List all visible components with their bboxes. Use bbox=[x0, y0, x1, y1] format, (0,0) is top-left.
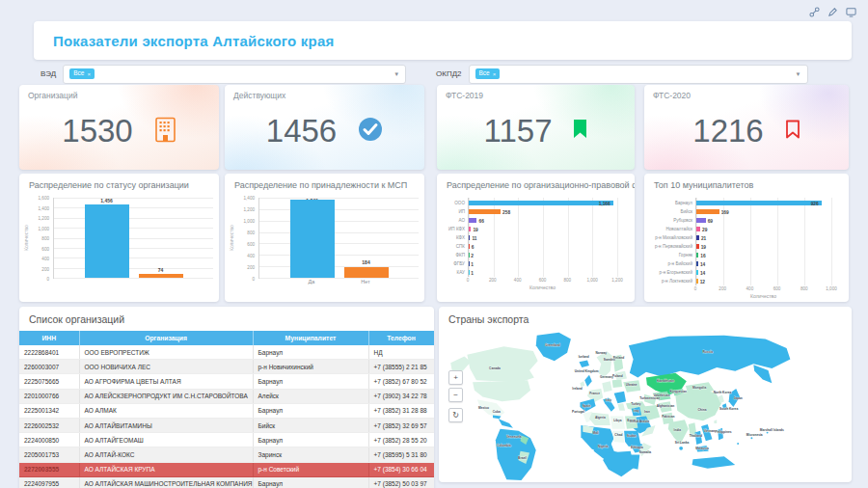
map-controls: +−↻ bbox=[448, 370, 463, 422]
filter-ved-label: ВЭД bbox=[41, 69, 56, 78]
bar[interactable] bbox=[139, 274, 183, 278]
bar[interactable] bbox=[696, 279, 698, 285]
table-cell: АО АЛТАЙ-КОКС bbox=[79, 447, 253, 462]
table-cell: Алейск bbox=[253, 389, 368, 403]
country-label: Pakistan bbox=[662, 415, 674, 419]
country-label: Ireland bbox=[572, 387, 583, 391]
bar[interactable] bbox=[344, 267, 389, 278]
bar[interactable] bbox=[696, 253, 698, 258]
table-column-header[interactable]: Муниципалитет bbox=[253, 331, 368, 345]
filter-okpd2-select[interactable]: Все × ▼ bbox=[469, 65, 808, 84]
bar[interactable] bbox=[290, 200, 335, 278]
bar[interactable] bbox=[696, 261, 698, 267]
table-cell: Барнаул bbox=[253, 433, 368, 447]
bar-value-label: 19 bbox=[473, 227, 477, 231]
kpi-card-fts-2019: ФТС-2019 1157 bbox=[437, 85, 635, 170]
map-title: Страны экспорта bbox=[439, 307, 852, 327]
table-column-header[interactable]: Организация bbox=[79, 331, 253, 345]
bar-value-label: 21 bbox=[701, 235, 706, 240]
bar[interactable] bbox=[696, 227, 700, 232]
tv-mode-icon[interactable] bbox=[846, 4, 856, 21]
bar-value-label: 169 bbox=[721, 209, 729, 214]
building-icon bbox=[154, 117, 176, 147]
table-column-header[interactable]: Телефон bbox=[368, 331, 434, 345]
table-cell: +7 (3852) 50 03 97 bbox=[368, 476, 434, 488]
table-row[interactable]: 2224097955АО АЛТАЙСКАЯ МАШИНОСТРОИТЕЛЬНА… bbox=[19, 476, 434, 488]
category-label: КАУ bbox=[443, 268, 468, 277]
table-row[interactable]: 2224000850АО АЛТАЙГЕОМАШБарнаул+7 (3852)… bbox=[19, 433, 434, 447]
map-zoom-in-button[interactable]: + bbox=[448, 370, 463, 385]
bar[interactable] bbox=[696, 209, 719, 215]
table-column-header[interactable]: ИНН bbox=[19, 331, 79, 345]
country-label: Germany bbox=[600, 375, 613, 379]
chip-close-icon[interactable]: × bbox=[87, 71, 91, 77]
organizations-table-card: Список организаций ИННОрганизацияМуницип… bbox=[19, 307, 434, 488]
table-cell: АО АЛЕЙСКЗЕРНОПРОДУКТ ИМ С.Н.СТАРОВОЙТОВ… bbox=[79, 389, 253, 403]
chart-status: Количество1,6001,4001,2001,0008006004002… bbox=[23, 195, 213, 288]
country-label: Egypt bbox=[627, 419, 637, 422]
country-label: Thailand bbox=[690, 434, 702, 438]
bar-value-label: 1,456 bbox=[85, 198, 129, 203]
bar[interactable] bbox=[85, 204, 129, 278]
connections-icon[interactable] bbox=[809, 4, 820, 21]
bar-value-label: 66 bbox=[478, 218, 483, 223]
category-label: СПК bbox=[443, 242, 468, 251]
x-axis-title: Количество bbox=[695, 293, 831, 301]
bar[interactable] bbox=[469, 235, 470, 241]
bar-value-label: 2 bbox=[471, 253, 474, 258]
country-label: Sudan bbox=[627, 434, 637, 438]
country-label: Vietnam bbox=[703, 429, 716, 433]
table-cell: +7 (38555) 2 21 85 bbox=[368, 360, 434, 374]
filter-chip[interactable]: Все × bbox=[69, 68, 95, 79]
table-row[interactable]: 2225001342АО АЛМАКБарнаул+7 (3852) 31 28… bbox=[19, 403, 434, 418]
map-zoom-out-button[interactable]: − bbox=[448, 388, 463, 402]
table-row[interactable]: 2222868401ООО ЕВРОПРЕСТИЖБарнаулНД bbox=[19, 345, 434, 360]
table-row[interactable]: 2201000766АО АЛЕЙСКЗЕРНОПРОДУКТ ИМ С.Н.С… bbox=[19, 389, 434, 403]
country-label: Iraq bbox=[634, 409, 639, 413]
bar[interactable] bbox=[696, 201, 822, 206]
bar[interactable] bbox=[469, 244, 470, 250]
bar[interactable] bbox=[696, 218, 706, 224]
table-row[interactable]: 2205001753АО АЛТАЙ-КОКСЗаринск+7 (38595)… bbox=[19, 447, 434, 462]
table-header-row: ИННОрганизацияМуниципалитетТелефон bbox=[19, 331, 434, 345]
table-row[interactable]: 2226002532АО АЛТАЙВИТАМИНЫБийск+7 (3852)… bbox=[19, 418, 434, 432]
bar-value-label: 1 bbox=[471, 261, 474, 266]
table-row[interactable]: 2225075665АО АГРОФИРМА ЦВЕТЫ АЛТАЯБарнау… bbox=[19, 374, 434, 389]
chart-title: Распределение по статусу организации bbox=[19, 174, 219, 193]
filter-chip[interactable]: Все × bbox=[475, 68, 501, 79]
bar[interactable] bbox=[469, 227, 471, 232]
chip-close-icon[interactable]: × bbox=[493, 71, 497, 77]
category-label: Новоалтайск bbox=[650, 225, 695, 233]
x-axis-ticks: 02004006008001,000 bbox=[695, 285, 831, 293]
country-label: Turkmenistan bbox=[639, 396, 660, 400]
world-map[interactable]: CanadaGreenlandIcelandNorwaySwedenFinlan… bbox=[439, 330, 852, 482]
table-row[interactable]: 2260003007ООО НОВИЧИХА ЛЕСр-н Новичихинс… bbox=[19, 360, 434, 374]
bar[interactable] bbox=[469, 209, 501, 215]
y-axis-ticks: 1,4001,2001,0008006004002000 bbox=[237, 198, 258, 279]
table-cell: ООО НОВИЧИХА ЛЕС bbox=[79, 360, 253, 374]
map-reset-button[interactable]: ↻ bbox=[448, 408, 463, 422]
country-label: Finland bbox=[613, 356, 624, 360]
bar-value-label: 29 bbox=[702, 227, 707, 231]
bar-value-label: 14 bbox=[700, 270, 705, 275]
bar[interactable] bbox=[469, 201, 613, 206]
chevron-down-icon[interactable]: ▼ bbox=[796, 71, 801, 77]
bar[interactable] bbox=[696, 235, 699, 241]
plot-area: 1,346184 bbox=[258, 198, 419, 279]
table-cell: р-н Новичихинский bbox=[253, 360, 368, 374]
bar[interactable] bbox=[469, 218, 476, 224]
chart-legal-form-card: Распределение по организационно-правовой… bbox=[437, 174, 635, 302]
x-axis-label: Нет bbox=[343, 279, 388, 288]
country-label: Colombia bbox=[497, 444, 511, 447]
edit-pencil-icon[interactable] bbox=[827, 4, 838, 21]
category-label: р-н Михайловский bbox=[650, 233, 695, 242]
filter-ved-select[interactable]: Все × ▼ bbox=[63, 65, 406, 84]
bar-value-label: 74 bbox=[139, 267, 183, 273]
bar[interactable] bbox=[696, 244, 699, 250]
chevron-down-icon[interactable]: ▼ bbox=[393, 71, 399, 77]
bar[interactable] bbox=[696, 270, 698, 276]
bar-value-label: 6 bbox=[472, 244, 475, 249]
category-label: Барнаул bbox=[650, 199, 695, 207]
table-cell: +7 (38595) 5 31 80 bbox=[368, 447, 434, 462]
table-row[interactable]: 2272003555АО АЛТАЙСКАЯ КРУПАр-н Советски… bbox=[19, 462, 434, 476]
